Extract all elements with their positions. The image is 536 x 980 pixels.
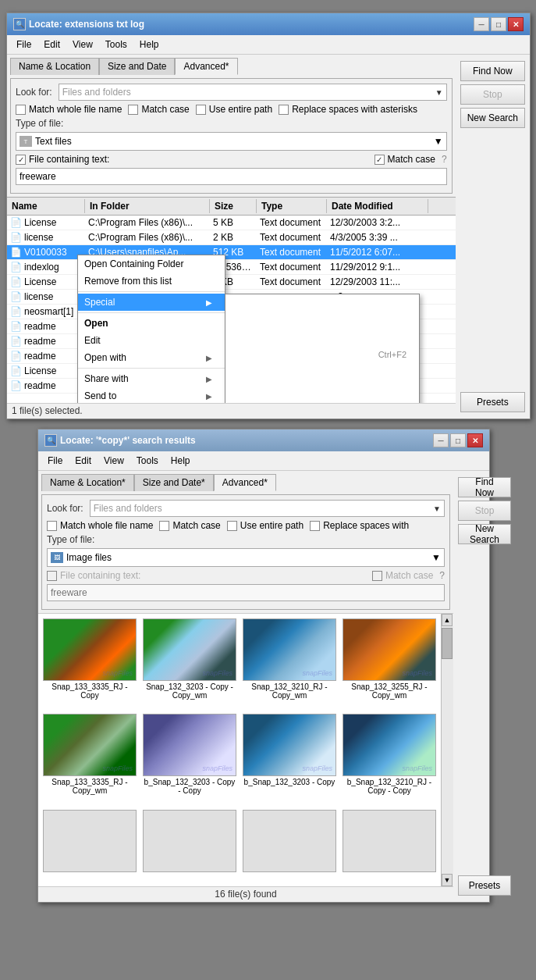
ctx-open-with[interactable]: Open with▶ <box>78 349 225 366</box>
app-icon-2: 🔍 <box>44 434 57 447</box>
look-for-combo-2[interactable]: Files and folders ▼ <box>90 500 445 517</box>
scroll-down-2[interactable]: ▼ <box>442 874 453 886</box>
menu-edit-1[interactable]: Edit <box>37 37 66 52</box>
status-bar-2: 16 file(s) found <box>38 886 453 902</box>
thumb-item-2[interactable]: snapFiles Snap_132_3203 - Copy - Copy_wm <box>141 617 238 709</box>
match-whole-name-cb-2[interactable] <box>47 521 57 531</box>
replace-spaces-cb-2[interactable] <box>310 521 320 531</box>
thumb-item-8[interactable]: snapFiles b_Snap_132_3210_RJ - Copy - Co… <box>341 712 438 804</box>
thumb-item-5[interactable]: snapFiles Snap_133_3335_RJ - Copy_wm <box>41 712 138 804</box>
file-containing-cb-1[interactable] <box>16 155 26 165</box>
ctx-change-filename[interactable]: Change filenameCtrl+F2 <box>225 346 419 363</box>
scroll-thumb-2[interactable] <box>442 628 453 659</box>
menu-help-1[interactable]: Help <box>133 37 165 52</box>
ctx-show-total-size[interactable]: Show total size of selected files <box>225 380 419 397</box>
question-mark-2[interactable]: ? <box>439 570 445 581</box>
scrollbar-2[interactable]: ▲ ▼ <box>441 614 453 886</box>
file-type-combo-1[interactable]: T Text files ▼ <box>16 132 447 151</box>
match-case-cb-2[interactable] <box>159 521 169 531</box>
maximize-button-2[interactable]: □ <box>450 433 466 447</box>
ctx-open-containing-folder[interactable]: Open Containing Folder <box>78 255 225 273</box>
col-folder-1[interactable]: In Folder <box>85 199 210 213</box>
stop-btn-1[interactable]: Stop <box>460 84 525 105</box>
cell-type: Text document <box>257 261 327 273</box>
maximize-button-1[interactable]: □ <box>491 17 506 31</box>
file-match-case-cb-1[interactable] <box>374 155 385 165</box>
menu-view-1[interactable]: View <box>66 37 99 52</box>
ctx-send-to[interactable]: Send to▶ <box>78 387 225 403</box>
ctx-update-file-info[interactable]: Update file information <box>225 397 419 403</box>
find-now-btn-1[interactable]: Find Now <box>460 61 525 81</box>
ctx-open[interactable]: Open <box>78 315 225 332</box>
replace-spaces-cb-1[interactable] <box>279 105 289 115</box>
results-list-1[interactable]: 📄License C:\Program Files (x86)\... 5 KB… <box>7 216 456 403</box>
ctx-edit[interactable]: Edit <box>78 332 225 349</box>
menu-file-2[interactable]: File <box>41 453 69 469</box>
menu-help-2[interactable]: Help <box>165 453 197 469</box>
scroll-up-2[interactable]: ▲ <box>442 614 453 626</box>
find-now-btn-2[interactable]: Find Now <box>458 477 511 497</box>
minimize-button-2[interactable]: ─ <box>433 433 449 447</box>
ctx-copy-short-path[interactable]: Copy short path to clipboard <box>225 312 419 329</box>
file-type-combo-2[interactable]: 🖼 Image files ▼ <box>47 548 445 567</box>
menu-view-2[interactable]: View <box>98 453 130 469</box>
new-search-btn-1[interactable]: New Search <box>460 108 525 128</box>
question-mark-1[interactable]: ? <box>442 154 447 165</box>
col-type-1[interactable]: Type <box>257 199 327 213</box>
match-whole-name-cb-1[interactable] <box>16 105 26 115</box>
ctx-copy-path[interactable]: Copy path to clipboard <box>225 294 419 312</box>
status-text-1: 1 file(s) selected. <box>12 405 83 416</box>
ctx-change-case[interactable]: Change case for filename <box>225 363 419 380</box>
menu-tools-2[interactable]: Tools <box>130 453 165 469</box>
file-containing-cb-2[interactable] <box>47 571 57 581</box>
thumb-item-6[interactable]: snapFiles b_Snap_132_3203 - Copy - Copy <box>141 712 238 804</box>
new-search-btn-2[interactable]: New Search <box>458 524 511 544</box>
thumb-item-12[interactable] <box>341 808 438 883</box>
ctx-special[interactable]: Special ▶ Copy path to clipboard Copy sh… <box>78 294 225 311</box>
file-containing-label-1: File containing text: <box>29 154 109 165</box>
table-row[interactable]: 📄indexlog ...files\Do... 27,536 KB Text … <box>7 260 456 275</box>
menu-tools-1[interactable]: Tools <box>99 37 133 52</box>
ctx-share-with[interactable]: Share with▶ <box>78 370 225 387</box>
look-for-combo-1[interactable]: Files and folders ▼ <box>59 84 447 101</box>
match-case-cb-1[interactable] <box>128 105 138 115</box>
table-row[interactable]: 📄License C:\Program Files (x86)\... 5 KB… <box>7 216 456 230</box>
text-search-input-2[interactable] <box>47 584 445 601</box>
cell-name: 📄neosmart[1] <box>7 305 85 318</box>
status-bar-1: 1 file(s) selected. <box>7 403 456 419</box>
tab-name-location-1[interactable]: Name & Location <box>10 58 99 75</box>
presets-btn-1[interactable]: Presets <box>460 392 525 412</box>
thumb-item-1[interactable]: snapFiles Snap_133_3335_RJ - Copy <box>41 617 138 709</box>
col-date-1[interactable]: Date Modified <box>327 199 428 213</box>
thumb-item-9[interactable] <box>41 808 138 883</box>
menu-file-1[interactable]: File <box>10 37 37 52</box>
tab-size-date-1[interactable]: Size and Date <box>99 58 175 75</box>
close-button-2[interactable]: ✕ <box>467 433 483 447</box>
close-button-1[interactable]: ✕ <box>508 17 524 31</box>
use-entire-path-cb-1[interactable] <box>196 105 206 115</box>
table-row[interactable]: 📄V0100033 C:\Users\snapfiles\Ap... 512 K… <box>7 245 456 260</box>
use-entire-path-cb-2[interactable] <box>227 521 237 531</box>
ctx-copy-data[interactable]: Copy data to clipboard <box>225 329 419 346</box>
table-row[interactable]: 📄License ...les\DVD... 5 KB Text documen… <box>7 275 456 290</box>
ctx-sep-3 <box>78 368 225 369</box>
col-name-1[interactable]: Name <box>7 199 85 213</box>
thumb-item-4[interactable]: snapFiles Snap_132_3255_RJ - Copy_wm <box>341 617 438 709</box>
presets-btn-2[interactable]: Presets <box>458 875 511 896</box>
text-search-input-1[interactable] <box>16 168 447 185</box>
search-form-1: Look for: Files and folders ▼ Match whol… <box>10 78 453 194</box>
thumb-item-3[interactable]: snapFiles Snap_132_3210_RJ - Copy_wm <box>241 617 338 709</box>
table-row[interactable]: 📄license C:\Program Files (x86)\... 2 KB… <box>7 230 456 245</box>
thumb-item-7[interactable]: snapFiles b_Snap_132_3203 - Copy <box>241 712 338 804</box>
menu-edit-2[interactable]: Edit <box>69 453 98 469</box>
minimize-button-1[interactable]: ─ <box>474 17 489 31</box>
tab-advanced-2[interactable]: Advanced* <box>214 474 276 491</box>
tab-advanced-1[interactable]: Advanced* <box>175 58 237 75</box>
ctx-remove-from-list[interactable]: Remove from this list <box>78 273 225 290</box>
thumb-item-10[interactable] <box>141 808 238 883</box>
stop-btn-2[interactable]: Stop <box>458 501 511 521</box>
tab-name-location-2[interactable]: Name & Location* <box>41 474 134 491</box>
col-size-1[interactable]: Size <box>210 199 257 213</box>
thumb-item-11[interactable] <box>241 808 338 883</box>
tab-size-date-2[interactable]: Size and Date* <box>134 474 214 491</box>
